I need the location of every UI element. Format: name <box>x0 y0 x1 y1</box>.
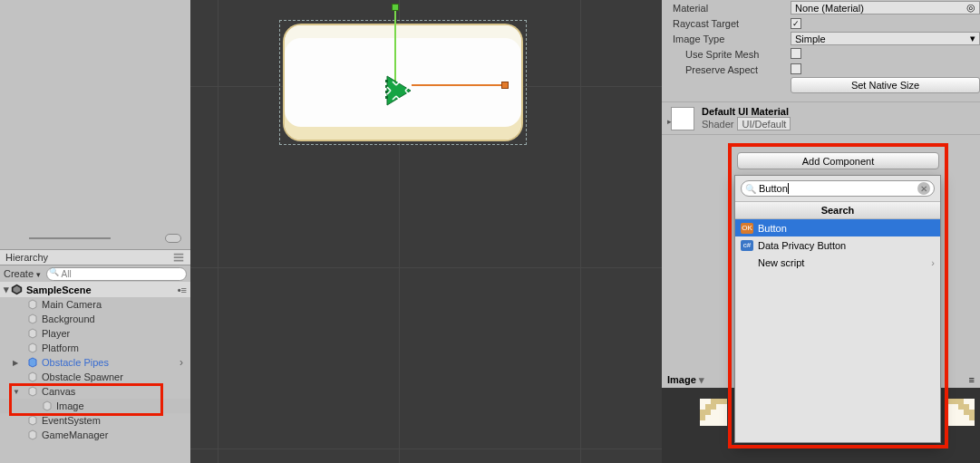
scene-context-icon[interactable]: •≡ <box>178 285 187 295</box>
add-component-button[interactable]: Add Component <box>737 152 939 169</box>
svg-marker-9 <box>44 401 51 410</box>
preview-title: Image <box>667 374 696 385</box>
hierarchy-item-platform[interactable]: Platform <box>0 341 190 355</box>
gameobject-icon <box>27 328 38 339</box>
hierarchy-toolbar: Create All <box>0 265 190 282</box>
svg-marker-6 <box>29 358 36 367</box>
zoom-slider[interactable] <box>0 234 190 243</box>
hierarchy-title: Hierarchy <box>5 252 48 263</box>
prop-label-image-type: Image Type <box>673 34 791 44</box>
preview-menu-icon[interactable]: ≡ <box>969 374 975 385</box>
material-field[interactable]: None (Material)◎ <box>791 1 980 14</box>
hierarchy-item-canvas[interactable]: Canvas <box>0 384 190 399</box>
hierarchy-item-main-camera[interactable]: Main Camera <box>0 297 190 312</box>
script-badge-icon: c# <box>741 240 753 251</box>
hierarchy-search-input[interactable]: All <box>46 267 187 281</box>
hierarchy-item-image[interactable]: Image <box>0 399 190 413</box>
gameobject-icon <box>27 386 38 397</box>
fold-icon[interactable]: ▾ <box>4 284 9 295</box>
raycast-checkbox[interactable] <box>791 18 801 29</box>
material-swatch <box>671 107 694 130</box>
scene-name: SampleScene <box>26 285 92 295</box>
prefab-icon <box>27 357 38 368</box>
component-option-button[interactable]: OK Button <box>735 219 940 236</box>
gizmo-x-axis[interactable] <box>412 84 502 86</box>
gameobject-icon <box>27 429 38 440</box>
hierarchy-item-obstacle-pipes[interactable]: Obstacle Pipes <box>0 355 190 370</box>
gameobject-icon <box>27 415 38 426</box>
svg-marker-8 <box>29 387 36 396</box>
svg-marker-11 <box>29 430 36 439</box>
material-section[interactable]: ▸ Default UI Material Shader UI/Default <box>662 101 980 135</box>
hierarchy-panel: Hierarchy Create All ▾ SampleScene •≡ Ma… <box>0 0 190 463</box>
fold-icon[interactable]: ▸ <box>667 117 672 126</box>
hierarchy-item-background[interactable]: Background <box>0 312 190 326</box>
shader-label: Shader <box>702 119 733 130</box>
hierarchy-item-gamemanager[interactable]: GameManager <box>0 428 190 442</box>
fold-icon[interactable]: ▾ <box>699 374 704 386</box>
clear-search-icon[interactable]: ✕ <box>917 182 930 195</box>
svg-marker-4 <box>29 329 36 338</box>
svg-marker-2 <box>29 300 36 309</box>
component-option-data-privacy-button[interactable]: c# Data Privacy Button <box>735 236 940 254</box>
svg-marker-10 <box>29 416 36 425</box>
gameobject-icon <box>27 299 38 310</box>
chevron-right-icon: › <box>931 257 935 268</box>
scene-row[interactable]: ▾ SampleScene •≡ <box>0 282 190 297</box>
unity-scene-icon <box>11 284 23 295</box>
prop-label-material: Material <box>673 3 791 14</box>
component-badge-icon: OK <box>741 223 753 234</box>
svg-rect-13 <box>385 80 388 82</box>
prop-label-preserve-aspect: Preserve Aspect <box>673 64 791 75</box>
player-sprite <box>383 72 414 109</box>
hierarchy-header: Hierarchy <box>0 249 190 265</box>
use-sprite-mesh-checkbox[interactable] <box>791 48 801 59</box>
gizmo-x-handle[interactable] <box>501 82 509 89</box>
scene-view[interactable] <box>190 0 662 463</box>
gameobject-icon <box>27 371 38 382</box>
set-native-size-button[interactable]: Set Native Size <box>791 77 980 93</box>
component-option-new-script[interactable]: New script › <box>735 254 940 271</box>
gameobject-icon <box>27 313 38 324</box>
hierarchy-item-eventsystem[interactable]: EventSystem <box>0 413 190 428</box>
preserve-aspect-checkbox[interactable] <box>791 63 801 74</box>
hierarchy-item-player[interactable]: Player <box>0 326 190 341</box>
create-dropdown[interactable]: Create <box>4 268 41 279</box>
panel-menu-icon[interactable] <box>172 251 185 264</box>
image-type-dropdown[interactable]: Simple▾ <box>791 32 980 45</box>
gameobject-icon <box>27 342 38 353</box>
svg-rect-16 <box>385 96 388 99</box>
shader-dropdown[interactable]: UI/Default <box>737 117 791 130</box>
prop-label-raycast: Raycast Target <box>673 18 791 29</box>
hierarchy-tree: Main Camera Background Player Platform O… <box>0 297 190 442</box>
svg-marker-3 <box>29 314 36 323</box>
svg-marker-5 <box>29 343 36 352</box>
gameobject-icon <box>42 400 53 411</box>
component-search-input[interactable]: 🔍 Button ✕ <box>741 180 935 197</box>
add-component-popup: 🔍 Button ✕ Search OK Button c# Data Priv… <box>734 175 941 443</box>
svg-marker-7 <box>29 372 36 381</box>
hierarchy-item-obstacle-spawner[interactable]: Obstacle Spawner <box>0 370 190 384</box>
search-icon: 🔍 <box>745 184 756 194</box>
material-title: Default UI Material <box>702 106 791 117</box>
popup-header: Search <box>735 201 940 219</box>
gizmo-y-handle[interactable] <box>392 4 399 11</box>
prop-label-use-sprite-mesh: Use Sprite Mesh <box>673 49 791 60</box>
